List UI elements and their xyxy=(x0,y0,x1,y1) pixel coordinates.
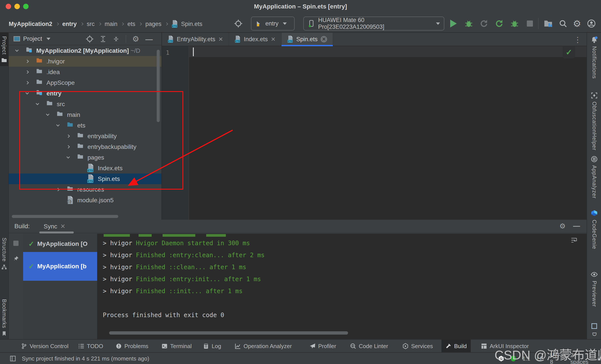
device-selector[interactable]: HUAWEI Mate 60 Pro[23E0223A12009503] xyxy=(303,17,444,30)
tree-row-index-ets[interactable]: Index.ets xyxy=(9,163,161,173)
console-horizontal-scrollbar[interactable] xyxy=(109,331,348,335)
gear-icon[interactable]: ⚙ xyxy=(132,34,139,44)
stripe-button-device[interactable]: D xyxy=(589,323,600,336)
module-selector[interactable]: entry xyxy=(251,17,295,30)
more-tabs-icon[interactable]: ⋮ xyxy=(574,35,581,44)
toolbar-button-todo[interactable]: TODO xyxy=(74,340,107,353)
chevron-collapsed-icon[interactable] xyxy=(67,145,70,149)
toolbar-button-problems[interactable]: Problems xyxy=(112,340,152,353)
gear-icon[interactable]: ⚙ xyxy=(559,222,566,230)
tree-row-spin-ets[interactable]: Spin.ets xyxy=(9,173,161,184)
chevron-expanded-icon[interactable] xyxy=(15,48,19,52)
close-icon[interactable]: ✕ xyxy=(271,36,276,43)
profile-avatar-button[interactable] xyxy=(586,18,597,29)
breadcrumb-project[interactable]: MyApplication2 xyxy=(9,21,52,28)
codegenie-status-icon[interactable] xyxy=(498,355,504,362)
build-console[interactable]: > hvigor Hvigor Daemon started in 300 ms… xyxy=(97,234,587,339)
attach-debugger-button[interactable] xyxy=(509,18,520,29)
toolbar-button-profiler[interactable]: Profiler xyxy=(306,340,340,353)
layout-icon[interactable] xyxy=(10,355,16,362)
toolbar-button-operation-analyzer[interactable]: Operation Analyzer xyxy=(231,340,296,353)
tree-row-root[interactable]: MyApplication2 [MyApplication] ~/D xyxy=(9,45,161,56)
indent-setting[interactable]: 2 spaces xyxy=(571,352,590,364)
breadcrumb-file[interactable]: Spin.ets xyxy=(181,21,202,28)
toolbar-button-build[interactable]: Build xyxy=(441,340,471,353)
debug-button[interactable] xyxy=(463,18,474,29)
tree-row-entryability[interactable]: entryability xyxy=(9,131,161,142)
stripe-button-app-analyzer[interactable]: AppAnalyzer xyxy=(589,156,600,199)
pin-icon[interactable] xyxy=(13,255,19,262)
project-vertical-scrollbar[interactable] xyxy=(157,50,160,122)
stripe-button-previewer[interactable]: Previewer xyxy=(589,271,600,307)
chevron-down-icon xyxy=(436,22,440,25)
breadcrumb-ets[interactable]: ets xyxy=(128,21,135,28)
collapse-all-icon[interactable] xyxy=(113,36,120,42)
close-icon[interactable]: ✕ xyxy=(60,223,65,230)
tab-spin[interactable]: Spin.ets ✕ xyxy=(281,33,333,46)
tree-row-appscope[interactable]: AppScope xyxy=(9,77,161,88)
stripe-button-notifications[interactable]: Notifications xyxy=(589,36,600,79)
breadcrumb-main[interactable]: main xyxy=(105,21,118,28)
chevron-collapsed-icon[interactable] xyxy=(26,60,29,63)
tree-row-entrybackupability[interactable]: entrybackupability xyxy=(9,142,161,152)
tree-row-idea[interactable]: .idea xyxy=(9,67,161,77)
rerun-button[interactable] xyxy=(494,18,505,29)
chevron-collapsed-icon[interactable] xyxy=(26,81,29,85)
chevron-collapsed-icon[interactable] xyxy=(56,188,60,191)
inspection-widget[interactable]: ✓ xyxy=(563,46,575,58)
toolbar-button-log[interactable]: Log xyxy=(199,340,225,353)
tree-row-entry[interactable]: entry xyxy=(9,88,161,99)
chevron-expanded-icon[interactable] xyxy=(46,113,50,116)
encoding[interactable]: UTF-8 xyxy=(550,352,564,364)
chevron-collapsed-icon[interactable] xyxy=(67,134,70,138)
toolbar-button-arkui-inspector[interactable]: ArkUI Inspector xyxy=(477,340,533,353)
build-tab-sync[interactable]: Sync✕ xyxy=(44,223,65,230)
soft-wrap-icon[interactable] xyxy=(571,237,577,244)
device-file-browser-button[interactable] xyxy=(543,18,553,29)
stripe-button-bookmarks[interactable]: Bookmarks xyxy=(0,299,8,336)
breadcrumb-pages[interactable]: pages xyxy=(145,21,161,28)
lock-icon[interactable] xyxy=(597,356,601,361)
tab-entryability[interactable]: EntryAbility.ets ✕ xyxy=(162,33,229,46)
stripe-button-codegenie[interactable]: CodeGenie xyxy=(589,210,600,249)
tree-row-module-json5[interactable]: module.json5 xyxy=(9,195,161,206)
toolbar-button-version-control[interactable]: Version Control xyxy=(17,340,72,353)
toolbar-button-code-linter[interactable]: Code Linter xyxy=(346,340,392,353)
chevron-expanded-icon[interactable] xyxy=(26,91,29,95)
settings-button[interactable]: ⚙ xyxy=(572,18,582,29)
hide-panel-icon[interactable]: — xyxy=(145,35,153,43)
tree-row-ets[interactable]: ets xyxy=(9,120,161,131)
stripe-button-project[interactable]: Project xyxy=(0,33,8,66)
tree-label: ets xyxy=(77,122,85,129)
breadcrumb-entry[interactable]: entry xyxy=(62,21,77,28)
tab-index[interactable]: Index.ets ✕ xyxy=(229,33,281,46)
tree-row-hvigor[interactable]: .hvigor xyxy=(9,56,161,67)
chevron-expanded-icon[interactable] xyxy=(56,123,60,127)
tree-row-resources[interactable]: resources xyxy=(9,184,161,195)
build-target-row-selected[interactable]: ✓ MyApplication [b xyxy=(23,252,97,281)
build-target-row[interactable]: ✓ MyApplication [O xyxy=(23,236,97,252)
select-opened-file-icon[interactable] xyxy=(86,35,93,43)
tree-row-src[interactable]: src xyxy=(9,99,161,109)
project-horizontal-scrollbar[interactable] xyxy=(12,215,118,218)
breadcrumb-src[interactable]: src xyxy=(87,21,95,28)
tree-row-main[interactable]: main xyxy=(9,109,161,120)
line-ending[interactable]: LF xyxy=(537,355,543,362)
chevron-expanded-icon[interactable] xyxy=(36,102,39,105)
project-panel-title[interactable]: Project xyxy=(23,35,42,42)
stripe-button-structure[interactable]: Structure xyxy=(0,238,8,270)
chevron-collapsed-icon[interactable] xyxy=(26,70,29,74)
stripe-button-obfuscation-helper[interactable]: ObfuscationHelper xyxy=(589,92,600,150)
toolbar-button-terminal[interactable]: Terminal xyxy=(158,340,196,353)
run-button[interactable] xyxy=(448,18,459,29)
toolbar-button-services[interactable]: Services xyxy=(399,340,437,353)
tree-row-pages[interactable]: pages xyxy=(9,152,161,163)
chevron-expanded-icon[interactable] xyxy=(67,155,70,159)
search-everywhere-button[interactable] xyxy=(558,18,568,29)
expand-all-icon[interactable] xyxy=(100,36,107,42)
locate-device-icon[interactable] xyxy=(233,18,243,29)
close-icon[interactable]: ✕ xyxy=(219,36,223,43)
caret-position[interactable]: 1:1 xyxy=(522,355,530,362)
close-icon[interactable]: ✕ xyxy=(321,36,327,42)
hide-panel-icon[interactable]: — xyxy=(573,222,580,230)
